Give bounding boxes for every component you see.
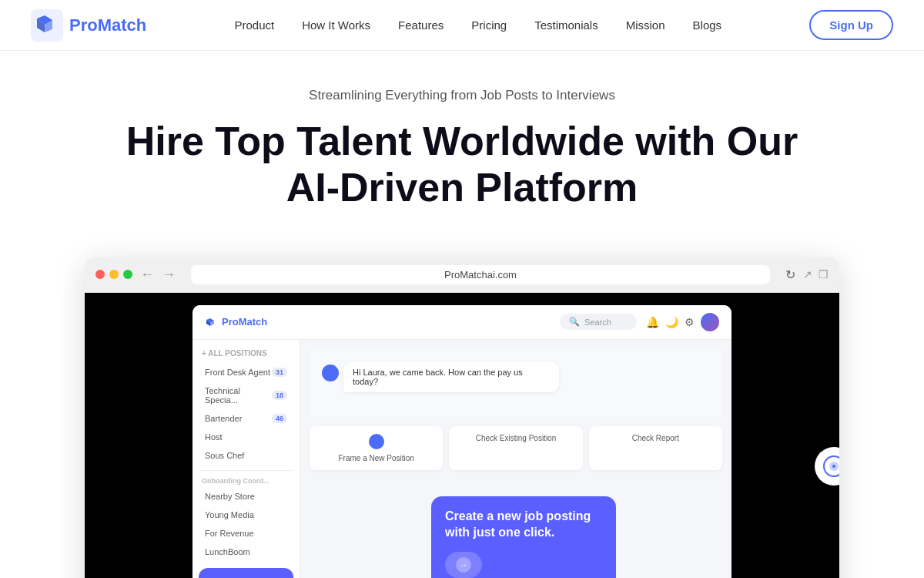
app-header: ProMatch 🔍 Search 🔔 🌙 ⚙ xyxy=(192,305,732,340)
sidebar-item-lunchboom[interactable]: LunchBoom xyxy=(199,543,293,560)
back-icon[interactable]: ← xyxy=(140,267,154,283)
app-main-content: Hi Laura, we came back. How can the pay … xyxy=(300,340,732,578)
sidebar-item-bartender[interactable]: Bartender 46 xyxy=(199,410,293,427)
app-body: + All Positions Front Desk Agent 31 Tech… xyxy=(192,340,732,578)
card-label: Frame a New Position xyxy=(317,454,435,462)
app-header-icons: 🔔 🌙 ⚙ xyxy=(646,313,719,331)
card-dot xyxy=(369,434,384,449)
arrow-icon: → xyxy=(456,557,471,573)
sidebar-item-for-revenue[interactable]: For Revenue xyxy=(199,525,293,542)
forward-icon[interactable]: → xyxy=(162,267,176,283)
nav-testimonials[interactable]: Testimonials xyxy=(534,18,598,32)
logo[interactable]: ProMatch xyxy=(31,9,146,42)
hero-section: Streamlining Everything from Job Posts t… xyxy=(0,51,924,234)
hero-subtitle: Streamlining Everything from Job Posts t… xyxy=(31,88,893,103)
nav-product[interactable]: Product xyxy=(234,18,274,32)
browser-dots xyxy=(95,270,132,279)
browser-mockup: ← → ProMatchai.com ↻ ↗ ❐ ProMatch xyxy=(85,257,839,578)
external-link-icon[interactable]: ↗ xyxy=(803,268,812,281)
chat-area: Hi Laura, we came back. How can the pay … xyxy=(310,349,722,417)
sidebar-item-label: For Revenue xyxy=(205,529,254,538)
signup-button[interactable]: Sign Up xyxy=(809,10,893,40)
browser-actions: ↗ ❐ xyxy=(803,268,829,281)
chat-bubble: Hi Laura, we came back. How can the pay … xyxy=(343,361,559,392)
sidebar-item-host[interactable]: Host xyxy=(199,428,293,445)
dot-red xyxy=(95,270,105,279)
sidebar-badge-1: 18 xyxy=(272,391,287,400)
card-new-position[interactable]: Frame a New Position xyxy=(310,426,443,470)
app-mockup: ProMatch 🔍 Search 🔔 🌙 ⚙ + Al xyxy=(192,305,732,578)
sidebar-item-nearby[interactable]: Nearby Store xyxy=(199,488,293,505)
app-logo-small: ProMatch xyxy=(205,316,267,328)
sidebar-badge-2: 46 xyxy=(272,414,287,423)
hero-title: Hire Top Talent Worldwide with Our AI-Dr… xyxy=(116,119,808,211)
nav-links: Product How It Works Features Pricing Te… xyxy=(234,18,721,32)
browser-content: ProMatch 🔍 Search 🔔 🌙 ⚙ + Al xyxy=(85,293,839,578)
nav-pricing[interactable]: Pricing xyxy=(471,18,507,32)
moon-icon[interactable]: 🌙 xyxy=(665,316,678,328)
app-sidebar: + All Positions Front Desk Agent 31 Tech… xyxy=(192,340,300,578)
sidebar-item-technical[interactable]: Technical Specia... 18 xyxy=(199,382,293,408)
cards-row: Frame a New Position Check Existing Posi… xyxy=(310,426,722,470)
app-search-bar[interactable]: 🔍 Search xyxy=(560,314,637,330)
search-placeholder: Search xyxy=(584,318,611,327)
sidebar-item-label: Nearby Store xyxy=(205,492,255,501)
sidebar-item-label: Sous Chef xyxy=(205,451,244,460)
svg-point-3 xyxy=(832,465,835,468)
create-job-button[interactable]: → xyxy=(445,552,482,578)
bell-icon[interactable]: 🔔 xyxy=(646,316,659,328)
browser-address[interactable]: ProMatchai.com xyxy=(191,265,770,284)
nav-blogs[interactable]: Blogs xyxy=(693,18,722,32)
app-logo-icon xyxy=(205,316,217,328)
logo-text: ProMatch xyxy=(69,15,146,35)
sidebar-item-label: Host xyxy=(205,432,223,442)
sidebar-item-label: LunchBoom xyxy=(205,547,250,556)
widget-icon xyxy=(823,455,839,477)
sidebar-item-young-media[interactable]: Young Media xyxy=(199,506,293,523)
nav-how-it-works[interactable]: How It Works xyxy=(302,18,370,32)
sidebar-item-sous-chef[interactable]: Sous Chef xyxy=(199,447,293,464)
sidebar-item-label: Front Desk Agent xyxy=(205,368,270,377)
app-user-avatar[interactable] xyxy=(701,313,719,331)
create-job-title: Create a new job posting with just one c… xyxy=(445,509,602,541)
pro-popup: ⚡ Go unlimited with PRO Get your HR Agen… xyxy=(199,568,293,578)
create-job-popup: Create a new job posting with just one c… xyxy=(431,496,616,578)
sidebar-item-label: Bartender xyxy=(205,414,242,423)
browser-bar: ← → ProMatchai.com ↻ ↗ ❐ xyxy=(85,257,839,293)
card-existing-position[interactable]: Check Existing Position xyxy=(449,426,582,470)
sidebar-divider xyxy=(199,470,293,471)
card-label: Check Report xyxy=(597,434,715,442)
card-label: Check Existing Position xyxy=(457,434,574,442)
card-report[interactable]: Check Report xyxy=(589,426,722,470)
sidebar-title: + All Positions xyxy=(199,349,293,358)
dot-green xyxy=(123,270,132,279)
fullscreen-icon[interactable]: ❐ xyxy=(819,268,829,281)
browser-nav: ← → xyxy=(140,267,176,283)
sidebar-item-label: Young Media xyxy=(205,510,254,519)
sidebar-item-label: Technical Specia... xyxy=(205,386,272,405)
nav-mission[interactable]: Mission xyxy=(626,18,665,32)
settings-icon[interactable]: ⚙ xyxy=(685,316,695,328)
sidebar-item-front-desk[interactable]: Front Desk Agent 31 xyxy=(199,364,293,381)
navbar: ProMatch Product How It Works Features P… xyxy=(0,0,924,51)
sidebar-badge-0: 31 xyxy=(272,368,287,377)
side-widget[interactable] xyxy=(815,447,839,486)
refresh-icon[interactable]: ↻ xyxy=(785,267,795,282)
sidebar-group-title: Onboarding Coord... xyxy=(199,477,293,485)
nav-features[interactable]: Features xyxy=(398,18,444,32)
dot-yellow xyxy=(109,270,119,279)
logo-icon xyxy=(31,9,63,42)
